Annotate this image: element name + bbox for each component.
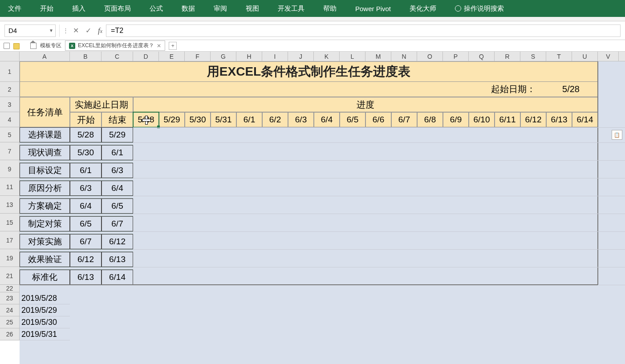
enter-formula-button[interactable] (82, 24, 94, 37)
column-header-D[interactable]: D (133, 52, 159, 61)
column-header-F[interactable]: F (185, 52, 211, 61)
task-gap-8 (20, 267, 133, 270)
column-header-G[interactable]: G (211, 52, 236, 61)
task-end-7: 6/13 (101, 252, 133, 267)
row-header-3[interactable]: 3 (0, 97, 19, 112)
cells-canvas[interactable]: 用EXCEL条件格式制作生任务进度表起始日期：5/28任务清单实施起止日期进度开… (20, 61, 625, 364)
start-date-label: 起始日期： (491, 83, 536, 95)
name-box[interactable]: D4 ▼ (4, 24, 56, 37)
sheet-title: 用EXCEL条件格式制作生任务进度表 (20, 61, 598, 82)
column-header-M[interactable]: M (365, 52, 391, 61)
row-header-1[interactable]: 1 (0, 61, 19, 82)
start-column-header: 开始 (70, 112, 101, 127)
footer-date-2: 2019/5/30 (20, 316, 70, 328)
column-header-E[interactable]: E (159, 52, 185, 61)
ribbon-tab-formulas[interactable]: 公式 (145, 2, 167, 16)
column-header-O[interactable]: O (417, 52, 443, 61)
document-tab-active[interactable]: X EXCEL里如何制作任务进度表？ ✕ (65, 40, 165, 51)
date-header-16: 6/13 (546, 112, 572, 127)
task-name-5: 制定对策 (20, 216, 70, 231)
column-header-C[interactable]: C (101, 52, 133, 61)
task-gap-4 (20, 196, 133, 198)
date-range-header: 实施起止日期 (70, 97, 133, 112)
task-name-1: 现状调查 (20, 145, 70, 160)
column-header-J[interactable]: J (288, 52, 314, 61)
row-header-5[interactable]: 5 (0, 127, 19, 142)
row-header-17[interactable]: 17 (0, 231, 19, 249)
ribbon-tab-powerpivot[interactable]: Power Pivot (351, 2, 395, 15)
select-all-corner[interactable] (0, 52, 20, 61)
row-header-13[interactable]: 13 (0, 196, 19, 214)
column-header-V[interactable]: V (598, 52, 619, 61)
row-header-11[interactable]: 11 (0, 178, 19, 196)
date-header-11: 6/8 (417, 112, 443, 127)
row-header-26[interactable]: 26 (0, 328, 19, 340)
task-end-4: 6/5 (101, 198, 133, 214)
row-header-22[interactable]: 22 (0, 285, 19, 292)
column-header-N[interactable]: N (391, 52, 417, 61)
task-name-2: 目标设定 (20, 163, 70, 178)
new-tab-button[interactable]: + (169, 42, 177, 50)
new-file-icon[interactable] (4, 43, 10, 49)
chevron-down-icon[interactable]: ▼ (49, 28, 53, 33)
column-header-B[interactable]: B (70, 52, 101, 61)
column-header-K[interactable]: K (314, 52, 340, 61)
row-header-24[interactable]: 24 (0, 304, 19, 316)
row-header-23[interactable]: 23 (0, 292, 19, 304)
ribbon-tab-developer[interactable]: 开发工具 (273, 2, 309, 16)
task-start-1: 5/30 (70, 145, 101, 160)
date-header-12: 6/9 (443, 112, 469, 127)
ribbon-tab-data[interactable]: 数据 (177, 2, 199, 16)
column-header-P[interactable]: P (443, 52, 469, 61)
ribbon-tab-beautify[interactable]: 美化大师 (405, 2, 441, 16)
end-column-header: 结束 (101, 112, 133, 127)
cancel-formula-button[interactable] (69, 24, 82, 37)
column-header-L[interactable]: L (340, 52, 365, 61)
row-header-25[interactable]: 25 (0, 316, 19, 328)
fx-dropdown[interactable]: ⋮ (61, 27, 69, 34)
column-header-S[interactable]: S (520, 52, 546, 61)
date-header-14: 6/11 (495, 112, 520, 127)
column-header-H[interactable]: H (236, 52, 262, 61)
progress-header: 进度 (133, 97, 598, 112)
home-icon[interactable] (30, 43, 37, 49)
row-header-15[interactable]: 15 (0, 214, 19, 231)
paste-options-button[interactable]: 📋 (612, 130, 622, 140)
row-header-4[interactable]: 4 (0, 112, 19, 127)
task-start-7: 6/12 (70, 252, 101, 267)
ribbon-tab-help[interactable]: 帮助 (319, 2, 341, 16)
spreadsheet-grid[interactable]: ABCDEFGHIJKLMNOPQRSTUV 12345791113151719… (0, 52, 625, 364)
row-header-19[interactable]: 19 (0, 249, 19, 267)
open-folder-icon[interactable] (13, 43, 20, 49)
ribbon-tab-view[interactable]: 视图 (241, 2, 264, 16)
row-header-7[interactable]: 7 (0, 142, 19, 160)
row-header-21[interactable]: 21 (0, 267, 19, 285)
date-header-1: 5/29 (159, 112, 185, 127)
ribbon-tab-pagelayout[interactable]: 页面布局 (100, 2, 135, 16)
column-header-R[interactable]: R (495, 52, 520, 61)
column-header-T[interactable]: T (546, 52, 572, 61)
task-end-3: 6/4 (101, 181, 133, 196)
formula-bar: D4 ▼ ⋮ fx =T2 (0, 21, 625, 40)
task-end-1: 6/1 (101, 145, 133, 160)
ribbon-tab-file[interactable]: 文件 (4, 2, 26, 16)
ribbon-tab-review[interactable]: 审阅 (209, 2, 231, 16)
date-header-9: 6/6 (365, 112, 391, 127)
fx-icon[interactable]: fx (94, 26, 106, 35)
date-header-10: 6/7 (391, 112, 417, 127)
formula-input[interactable]: =T2 (106, 24, 621, 37)
close-tab-icon[interactable]: ✕ (157, 43, 161, 49)
row-header-9[interactable]: 9 (0, 160, 19, 178)
column-header-Q[interactable]: Q (469, 52, 495, 61)
column-header-U[interactable]: U (572, 52, 598, 61)
document-tab-title: EXCEL里如何制作任务进度表？ (78, 42, 154, 49)
column-header-I[interactable]: I (262, 52, 288, 61)
tell-me-search[interactable]: 操作说明搜索 (450, 2, 508, 16)
ribbon-tab-insert[interactable]: 插入 (68, 2, 90, 16)
task-gap-5 (20, 214, 133, 216)
ribbon-tab-home[interactable]: 开始 (36, 2, 58, 16)
excel-file-icon: X (69, 43, 75, 49)
column-header-A[interactable]: A (20, 52, 70, 61)
template-zone-link[interactable]: 模板专区 (40, 42, 61, 49)
row-header-2[interactable]: 2 (0, 82, 19, 97)
